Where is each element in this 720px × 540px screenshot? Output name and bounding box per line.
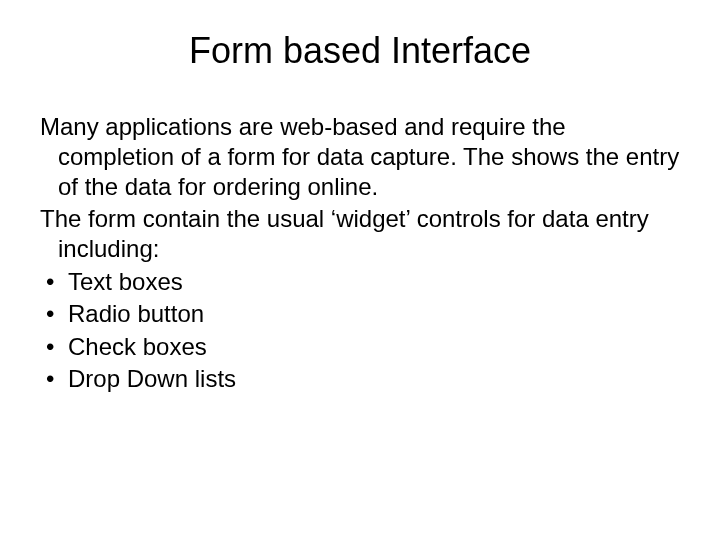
list-item: Radio button (40, 298, 680, 330)
paragraph-1: Many applications are web-based and requ… (40, 112, 680, 202)
paragraph-2: The form contain the usual ‘widget’ cont… (40, 204, 680, 264)
list-item: Drop Down lists (40, 363, 680, 395)
slide-title: Form based Interface (40, 30, 680, 72)
bullet-list: Text boxes Radio button Check boxes Drop… (40, 266, 680, 396)
list-item: Text boxes (40, 266, 680, 298)
list-item: Check boxes (40, 331, 680, 363)
